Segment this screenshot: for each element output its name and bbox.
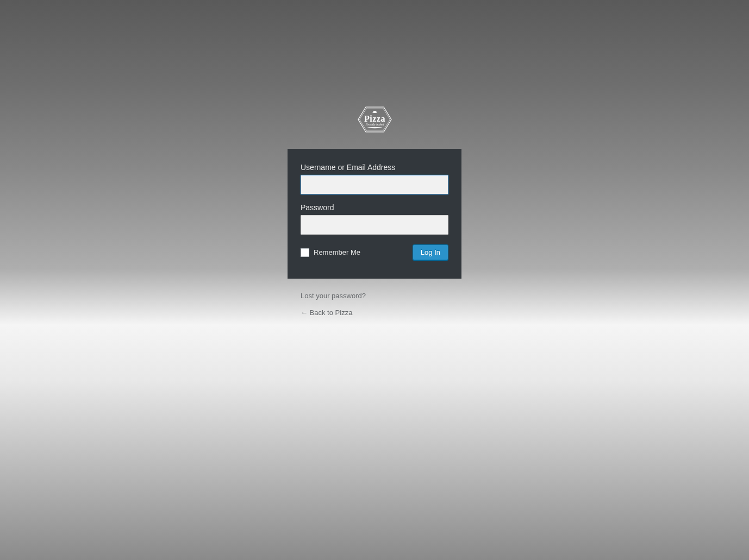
back-to-site-link[interactable]: ← Back to Pizza [301,309,448,317]
lost-password-link[interactable]: Lost your password? [301,292,448,300]
remember-me-label[interactable]: Remember Me [314,248,360,256]
nav-links: Lost your password? ← Back to Pizza [288,279,461,317]
remember-me-checkbox[interactable] [301,248,309,257]
form-bottom-row: Remember Me Log In [301,244,448,260]
svg-text:Pizza: Pizza [364,114,385,123]
svg-text:Freshly baked: Freshly baked [365,123,384,126]
password-label: Password [301,203,448,212]
pizza-logo-icon: Pizza Freshly baked [357,106,392,133]
username-field-group: Username or Email Address [301,163,448,194]
login-button[interactable]: Log In [413,244,448,260]
login-container: Pizza Freshly baked Username or Email Ad… [288,0,461,317]
username-input[interactable] [301,175,448,194]
logo-link[interactable]: Pizza Freshly baked [357,106,392,133]
password-field-group: Password [301,203,448,235]
svg-point-4 [367,127,382,128]
login-form: Username or Email Address Password Remem… [288,149,461,279]
username-label: Username or Email Address [301,163,448,172]
logo-area: Pizza Freshly baked [288,106,461,135]
remember-me-group: Remember Me [301,248,360,257]
password-input[interactable] [301,215,448,235]
